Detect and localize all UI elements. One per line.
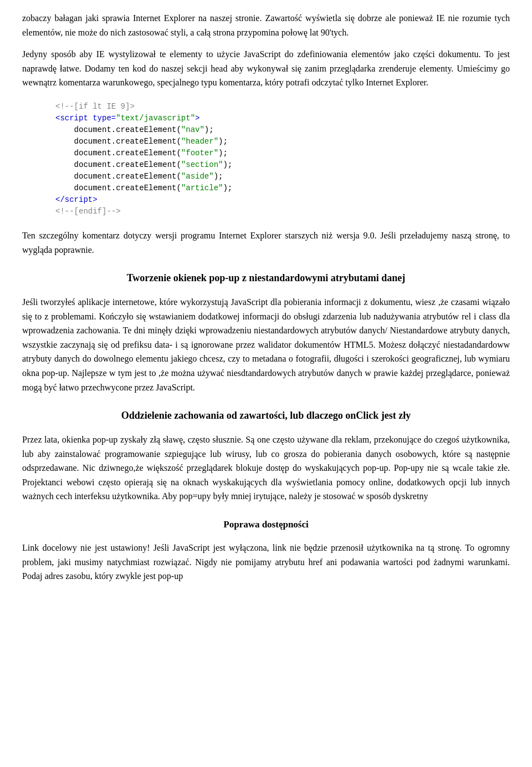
heading-3: Poprawa dostępności — [22, 517, 510, 532]
paragraph-5: Przez lata, okienka pop-up zyskały złą s… — [22, 433, 510, 504]
code-line-4: document.createElement("header"); — [55, 136, 477, 148]
code-line-5: document.createElement("footer"); — [55, 148, 477, 159]
code-func-1b: ); — [204, 125, 214, 134]
code-line-7: document.createElement("aside"); — [55, 171, 477, 182]
code-line-3: document.createElement("nav"); — [55, 124, 477, 136]
code-string-1: "nav" — [181, 125, 204, 134]
code-func-5: document.createElement( — [55, 172, 181, 181]
code-string-3: "footer" — [181, 149, 218, 158]
code-func-2b: ); — [218, 137, 228, 146]
code-func-2: document.createElement( — [55, 137, 181, 146]
code-comment-2: <!--[endif]--> — [55, 207, 121, 216]
code-func-3b: ); — [218, 149, 228, 158]
paragraph-2: Jedyny sposób aby IE wystylizował te ele… — [22, 47, 510, 90]
code-block: <!--[if lt IE 9]> <script type="text/jav… — [55, 101, 477, 217]
code-func-1: document.createElement( — [55, 125, 181, 134]
paragraph-1: zobaczy bałagan jaki sprawia Internet Ex… — [22, 11, 510, 39]
code-tag-script-close: > — [195, 114, 200, 123]
code-func-3: document.createElement( — [55, 149, 181, 158]
paragraph-6: Link docelowy nie jest ustawiony! Jeśli … — [22, 541, 510, 583]
code-func-4: document.createElement( — [55, 160, 181, 169]
code-func-6: document.createElement( — [55, 184, 181, 192]
paragraph-3: Ten szczególny komentarz dotyczy wersji … — [22, 228, 510, 257]
code-string-2: "header" — [181, 137, 218, 146]
code-tag-script-end: </script> — [55, 195, 98, 204]
code-line-9: </script> — [55, 194, 477, 206]
heading-1: Tworzenie okienek pop-up z niestandardow… — [22, 270, 510, 286]
heading-2: Oddzielenie zachowania od zawartości, lu… — [22, 408, 510, 424]
code-string-6: "article" — [181, 184, 223, 192]
code-func-5b: ); — [214, 172, 223, 181]
code-line-1: <!--[if lt IE 9]> — [55, 101, 477, 113]
code-func-4b: ); — [223, 160, 232, 169]
code-func-6b: ); — [223, 184, 232, 192]
code-attr-type-value: "text/javascript" — [116, 114, 195, 123]
code-line-6: document.createElement("section"); — [55, 159, 477, 171]
article-content: zobaczy bałagan jaki sprawia Internet Ex… — [22, 11, 510, 583]
paragraph-4: Jeśli tworzyłeś aplikacje internetowe, k… — [22, 295, 510, 394]
code-string-4: "section" — [181, 160, 223, 169]
code-attr-type: type= — [93, 114, 116, 123]
code-string-5: "aside" — [181, 172, 214, 181]
code-line-10: <!--[endif]--> — [55, 206, 477, 217]
code-tag-script: <script — [55, 114, 93, 123]
code-line-2: <script type="text/javascript"> — [55, 113, 477, 124]
code-line-8: document.createElement("article"); — [55, 182, 477, 194]
code-comment-1: <!--[if lt IE 9]> — [55, 102, 135, 111]
